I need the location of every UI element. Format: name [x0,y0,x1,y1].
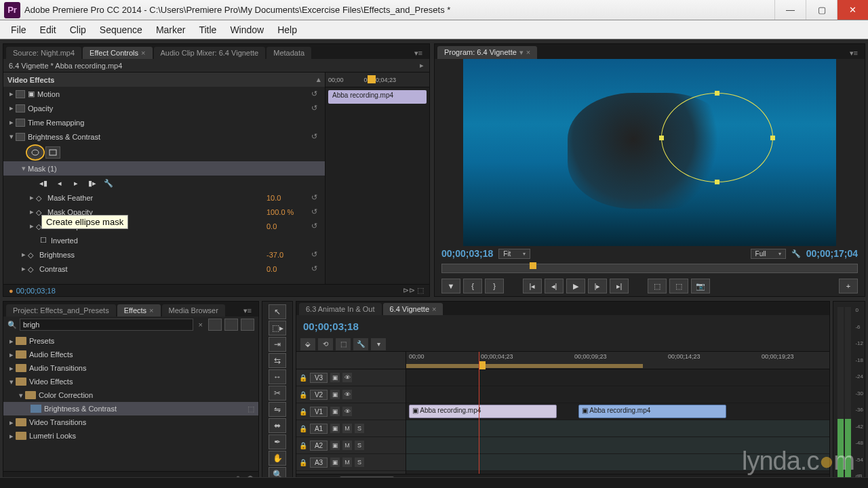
fx-filter-button[interactable] [241,319,254,331]
close-tab-icon[interactable]: × [526,48,530,56]
track-a1-lane[interactable] [406,420,829,437]
mask-step-forward-icon[interactable]: ▮▸ [86,178,98,188]
mask-inverted-row[interactable]: ☐Inverted [3,233,325,247]
tl-settings-icon[interactable]: 🔧 [353,338,368,350]
track-a2-lane[interactable] [406,437,829,454]
rate-stretch-tool-icon[interactable]: ↔ [269,369,286,384]
mask-feather-row[interactable]: ▸◇Mask Feather10.0↺ [3,190,325,205]
tree-presets[interactable]: ▸Presets [3,334,258,348]
hand-tool-icon[interactable]: ✋ [269,451,286,466]
tl-dropdown-icon[interactable]: ▾ [371,338,386,350]
tree-video-effects[interactable]: ▾Video Effects [3,375,258,388]
tab-sequence-a[interactable]: 6.3 Animate In & Out [299,303,382,315]
timeline-timecode[interactable]: 00;00;03;18 [303,321,359,332]
contrast-row[interactable]: ▸◇Contrast0.0↺ [3,262,325,276]
track-header-a1[interactable]: 🔒A1▣MS [296,420,406,437]
mask-handle[interactable] [770,136,775,140]
panel-menu-icon[interactable]: ▾≡ [410,47,427,59]
menu-file[interactable]: File [4,22,33,38]
tab-metadata[interactable]: Metadata [267,47,311,59]
minimize-button[interactable]: — [774,0,806,20]
mask-step-back-icon[interactable]: ◂ [54,178,66,188]
menu-sequence[interactable]: Sequence [93,22,149,38]
effect-time-remapping[interactable]: ▸Time Remapping [3,115,325,129]
zoom-dropdown[interactable]: Fit [498,249,530,259]
ripple-edit-tool-icon[interactable]: ⇥ [269,337,286,352]
track-v1-lane[interactable]: ▣ Abba recording.mp4 ▣ Abba recording.mp… [406,403,829,420]
snap-icon[interactable]: ⬙ [300,338,315,350]
go-to-in-icon[interactable]: |◂ [523,279,542,293]
razor-tool-icon[interactable]: ✂ [269,386,286,401]
mask-handle[interactable] [715,91,719,96]
track-v3-lane[interactable] [406,369,829,386]
tab-source[interactable]: Source: Night.mp4 [6,47,81,59]
mask-1-row[interactable]: ▾Mask (1) [3,161,325,176]
step-back-icon[interactable]: ◂| [545,279,564,293]
mask-track-back-icon[interactable]: ◂▮ [37,178,50,188]
mask-overlay-ellipse[interactable] [661,93,773,182]
effect-opacity[interactable]: ▸Opacity↺ [3,101,325,115]
effects-tree[interactable]: ▸Presets ▸Audio Effects ▸Audio Transitio… [3,333,258,471]
track-header-v3[interactable]: 🔒V3▣👁 [296,369,406,386]
fx-filter-button[interactable] [208,319,222,331]
track-header-a2[interactable]: 🔒A2▣MS [296,437,406,454]
panel-menu-icon[interactable]: ▾≡ [846,47,862,59]
lift-icon[interactable]: ⬚ [648,279,667,293]
scrubber-playhead[interactable] [530,262,536,269]
ellipse-mask-button[interactable] [28,146,43,159]
tree-brightness-contrast[interactable]: Brightness & Contrast⬚ [3,402,258,415]
panel-menu-icon[interactable]: ▾≡ [239,305,256,317]
menu-title[interactable]: Title [192,22,223,38]
tab-audio-mixer[interactable]: Audio Clip Mixer: 6.4 Vignette [154,47,266,59]
mark-in-icon[interactable]: ▼ [441,279,460,293]
maximize-button[interactable]: ▢ [806,0,837,20]
extract-icon[interactable]: ⬚ [669,279,688,293]
timeline-clip-selected[interactable]: ▣ Abba recording.mp4 [578,405,726,418]
tree-audio-effects[interactable]: ▸Audio Effects [3,348,258,361]
tab-project[interactable]: Project: Effects_and_Presets [6,304,116,317]
mask-track-forward-icon[interactable]: ▸ [70,178,82,188]
selection-tool-icon[interactable]: ↖ [269,304,286,319]
rectangle-mask-button[interactable] [45,146,60,159]
tab-effect-controls[interactable]: Effect Controls× [83,47,152,59]
mask-handle[interactable] [659,136,664,140]
menu-edit[interactable]: Edit [33,22,63,38]
tab-program[interactable]: Program: 6.4 Vignette▾× [437,46,537,59]
track-header-v2[interactable]: 🔒V2▣👁 [296,386,406,403]
program-scrubber[interactable] [435,261,865,276]
timeline-clip[interactable]: ▣ Abba recording.mp4 [409,405,557,418]
export-frame-icon[interactable]: 📷 [691,279,710,293]
menu-window[interactable]: Window [223,22,271,38]
timeline-ruler[interactable]: 00;00 00;00;04;23 00;00;09;23 00;00;14;2… [406,352,829,369]
close-button[interactable]: ✕ [837,0,868,20]
menu-marker[interactable]: Marker [149,22,193,38]
button-editor-icon[interactable]: + [839,279,858,293]
mask-settings-icon[interactable]: 🔧 [102,178,115,188]
timeline-playhead-icon[interactable] [479,361,486,369]
go-to-out-icon[interactable]: ▸| [610,279,629,293]
effect-motion[interactable]: ▸▣Motion↺ [3,87,325,101]
add-marker-icon[interactable]: ⬚ [336,338,351,350]
brightness-row[interactable]: ▸◇Brightness-37.0↺ [3,247,325,262]
menu-help[interactable]: Help [271,22,304,38]
ec-playhead-icon[interactable] [368,75,376,83]
pen-tool-icon[interactable]: ✒ [269,434,286,449]
fx-filter-button[interactable] [224,319,238,331]
effects-search-input[interactable] [20,319,193,331]
step-forward-icon[interactable]: |▸ [588,279,607,293]
playhead-line[interactable] [479,352,479,474]
play-icon[interactable]: ▶ [566,279,585,293]
menu-clip[interactable]: Clip [63,22,93,38]
program-video-viewport[interactable] [463,59,836,246]
close-tab-icon[interactable]: × [141,49,145,57]
tree-lumetri-looks[interactable]: ▸Lumetri Looks [3,429,258,443]
timeline-tracks-area[interactable]: 00;00 00;00;04;23 00;00;09;23 00;00;14;2… [406,352,829,474]
track-header-a3[interactable]: 🔒A3▣MS [296,454,406,471]
track-v2-lane[interactable] [406,386,829,403]
ec-mini-timeline[interactable]: 00;0000;00;04;23 Abba recording.mp4 [325,73,429,284]
tab-effects[interactable]: Effects× [117,304,161,317]
video-effects-category[interactable]: Video Effects▴ [3,73,325,87]
resolution-dropdown[interactable]: Full [751,249,786,259]
tab-sequence-b[interactable]: 6.4 Vignette× [383,303,443,315]
track-select-tool-icon[interactable]: ⬚▸ [269,321,286,336]
